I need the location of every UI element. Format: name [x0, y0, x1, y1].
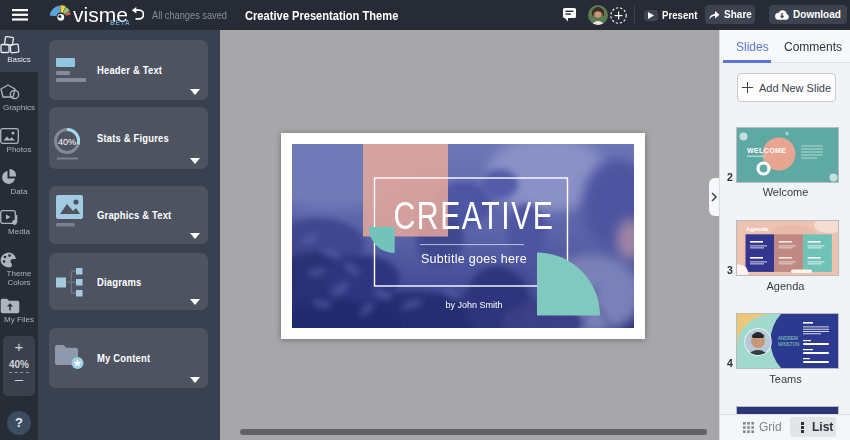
svg-text:40%: 40% — [58, 136, 76, 146]
svg-text:WELCOME: WELCOME — [747, 147, 786, 154]
svg-text:ANDREW: ANDREW — [778, 336, 799, 341]
svg-text:WINSTON: WINSTON — [778, 342, 799, 347]
svg-text:Agenda: Agenda — [746, 226, 769, 232]
